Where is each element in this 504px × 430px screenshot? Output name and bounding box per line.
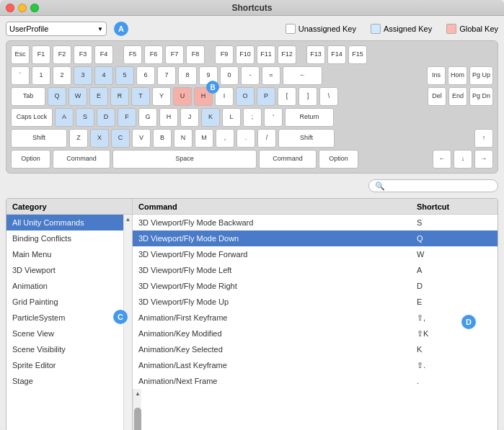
cmd-scroll-up-icon[interactable]: ▲: [133, 389, 142, 398]
key-esc[interactable]: Esc: [11, 45, 30, 64]
key-b[interactable]: B: [153, 129, 172, 148]
key-f5[interactable]: F5: [123, 45, 142, 64]
key-8[interactable]: 8: [178, 66, 197, 85]
category-item-sprite-editor[interactable]: Sprite Editor: [6, 357, 123, 373]
key-command-right[interactable]: Command: [259, 150, 317, 169]
key-t[interactable]: T: [131, 87, 150, 106]
key-m[interactable]: M: [195, 129, 213, 148]
key-o[interactable]: O: [236, 87, 255, 106]
key-f4[interactable]: F4: [94, 45, 113, 64]
key-period[interactable]: .: [236, 129, 255, 148]
key-g[interactable]: G: [138, 108, 157, 127]
key-f[interactable]: F: [118, 108, 136, 127]
key-comma[interactable]: ,: [216, 129, 234, 148]
key-space[interactable]: Space: [112, 150, 257, 169]
key-shift-left[interactable]: Shift: [11, 129, 67, 148]
key-5[interactable]: 5: [115, 66, 134, 85]
key-arrow-up[interactable]: ↑: [474, 129, 493, 148]
key-h[interactable]: H B: [194, 87, 213, 106]
key-y[interactable]: Y: [152, 87, 171, 106]
key-w[interactable]: W: [68, 87, 87, 106]
key-2[interactable]: 2: [53, 66, 71, 85]
scroll-up-icon[interactable]: ▲: [124, 215, 133, 223]
key-ins[interactable]: Ins: [427, 66, 446, 85]
key-return[interactable]: Return: [285, 108, 334, 127]
category-item-binding-conflicts[interactable]: Binding Conflicts: [6, 230, 123, 246]
search-input[interactable]: [368, 179, 498, 192]
category-item-animation[interactable]: Animation: [6, 278, 123, 294]
category-item-scene-view[interactable]: Scene View: [6, 326, 123, 341]
key-f8[interactable]: F8: [186, 45, 205, 64]
minimize-button[interactable]: [18, 4, 27, 12]
key-c[interactable]: C: [111, 129, 130, 148]
key-backtick[interactable]: `: [11, 66, 30, 85]
key-f9[interactable]: F9: [215, 45, 234, 64]
key-minus[interactable]: -: [241, 66, 260, 85]
category-item-main-menu[interactable]: Main Menu: [6, 246, 123, 262]
key-f7[interactable]: F7: [165, 45, 184, 64]
key-q[interactable]: Q: [48, 87, 66, 106]
key-f14[interactable]: F14: [327, 45, 346, 64]
key-f15[interactable]: F15: [348, 45, 367, 64]
key-n[interactable]: N: [174, 129, 193, 148]
key-arrow-left[interactable]: ←: [433, 150, 451, 169]
category-item-all-unity[interactable]: All Unity Commands: [6, 215, 123, 230]
key-3[interactable]: 3: [74, 66, 92, 85]
key-7[interactable]: 7: [157, 66, 176, 85]
category-item-stage[interactable]: Stage: [6, 373, 123, 389]
key-rbracket[interactable]: ]: [299, 87, 317, 106]
key-capslock[interactable]: Caps Lock: [11, 108, 53, 127]
key-j[interactable]: J: [180, 108, 199, 127]
key-f13[interactable]: F13: [306, 45, 325, 64]
key-p[interactable]: P: [257, 87, 275, 106]
key-command-left[interactable]: Command: [53, 150, 110, 169]
key-semicolon[interactable]: ;: [243, 108, 262, 127]
key-4[interactable]: 4: [94, 66, 113, 85]
command-row-3[interactable]: 3D Viewport/Fly Mode Left A: [133, 262, 498, 278]
command-row-2[interactable]: 3D Viewport/Fly Mode Forward W: [133, 246, 498, 262]
key-quote[interactable]: ': [264, 108, 283, 127]
key-f12[interactable]: F12: [278, 45, 296, 64]
key-arrow-right[interactable]: →: [474, 150, 493, 169]
key-shift-right[interactable]: Shift: [278, 129, 335, 148]
key-f1[interactable]: F1: [32, 45, 50, 64]
key-option-right[interactable]: Option: [319, 150, 358, 169]
maximize-button[interactable]: [30, 4, 39, 12]
key-v[interactable]: V: [132, 129, 151, 148]
key-pgdn[interactable]: Pg Dn: [469, 87, 493, 106]
command-row-5[interactable]: 3D Viewport/Fly Mode Up E: [133, 294, 498, 310]
command-row-0[interactable]: 3D Viewport/Fly Mode Backward S: [133, 215, 498, 230]
key-f2[interactable]: F2: [53, 45, 71, 64]
key-option-left[interactable]: Option: [11, 150, 50, 169]
key-equals[interactable]: =: [262, 66, 280, 85]
key-u[interactable]: U: [173, 87, 192, 106]
key-e[interactable]: E: [89, 87, 108, 106]
key-backslash[interactable]: \: [319, 87, 338, 106]
close-button[interactable]: [6, 4, 14, 12]
key-0[interactable]: 0: [220, 66, 239, 85]
category-item-particlesystem[interactable]: ParticleSystem: [6, 310, 123, 326]
command-row-10[interactable]: Animation/Next Frame .: [133, 373, 498, 389]
command-row-9[interactable]: Animation/Last Keyframe ⇧.: [133, 357, 498, 373]
scroll-thumb[interactable]: [134, 408, 141, 430]
category-item-scene-visibility[interactable]: Scene Visibility: [6, 341, 123, 357]
key-a[interactable]: A: [55, 108, 74, 127]
key-r[interactable]: R: [110, 87, 129, 106]
key-k[interactable]: K: [201, 108, 220, 127]
key-pgup[interactable]: Pg Up: [469, 66, 493, 85]
category-scrollbar[interactable]: ▲ ▼: [123, 215, 132, 430]
command-row-4[interactable]: 3D Viewport/Fly Mode Right D: [133, 278, 498, 294]
key-lbracket[interactable]: [: [278, 87, 296, 106]
key-x[interactable]: X: [90, 129, 109, 148]
category-item-3d-viewport[interactable]: 3D Viewport: [6, 262, 123, 278]
key-f10[interactable]: F10: [236, 45, 255, 64]
key-del[interactable]: Del: [428, 87, 446, 106]
command-row-8[interactable]: Animation/Key Selected K: [133, 341, 498, 357]
key-arrow-down[interactable]: ↓: [454, 150, 472, 169]
key-h2[interactable]: H: [159, 108, 178, 127]
key-f11[interactable]: F11: [257, 45, 275, 64]
category-item-grid-painting[interactable]: Grid Painting: [6, 294, 123, 310]
command-row-7[interactable]: Animation/Key Modified ⇧K: [133, 326, 498, 341]
key-z[interactable]: Z: [69, 129, 88, 148]
key-backspace[interactable]: ←: [283, 66, 322, 85]
